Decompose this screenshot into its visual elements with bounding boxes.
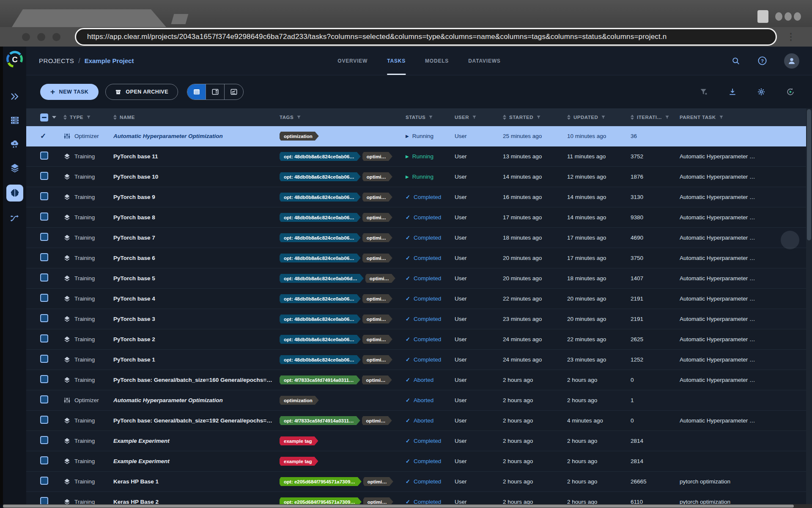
- column-header-status[interactable]: STATUS: [406, 115, 455, 120]
- tag-chip[interactable]: opt: 48db0b8a6c824ce0ab06…: [280, 294, 361, 303]
- table-row[interactable]: TrainingPyTorch base 10opt: 48db0b8a6c82…: [26, 167, 812, 187]
- row-checkbox[interactable]: [40, 172, 48, 180]
- row-checkbox[interactable]: [40, 233, 48, 241]
- breadcrumb-current-project[interactable]: Example Project: [85, 57, 134, 64]
- row-selected-check-icon[interactable]: ✓: [40, 132, 46, 140]
- filter-icon[interactable]: [665, 115, 669, 120]
- table-row[interactable]: TrainingExample Experimentexample tag✓Co…: [26, 451, 812, 472]
- sort-icon[interactable]: [503, 115, 506, 120]
- split-view-toggle[interactable]: [206, 84, 225, 99]
- tab-tasks[interactable]: TASKS: [387, 47, 406, 75]
- filter-icon[interactable]: [536, 115, 541, 120]
- browser-tab[interactable]: [12, 9, 166, 27]
- tag-chip[interactable]: optimi…: [362, 294, 392, 303]
- task-name[interactable]: PyTorch base 3: [113, 316, 280, 322]
- column-header-parent-task[interactable]: PARENT TASK: [680, 115, 812, 120]
- task-name[interactable]: PyTorch base 11: [113, 153, 280, 160]
- filter-icon[interactable]: [719, 115, 724, 120]
- vertical-scrollbar[interactable]: [806, 108, 812, 505]
- filter-icon[interactable]: [601, 115, 606, 120]
- table-row[interactable]: TrainingPyTorch base 8opt: 48db0b8a6c824…: [26, 207, 812, 228]
- row-checkbox[interactable]: [40, 213, 48, 221]
- select-all-checkbox[interactable]: [40, 113, 48, 121]
- tag-chip[interactable]: optimi…: [362, 213, 392, 222]
- task-name[interactable]: Keras HP Base 1: [113, 478, 280, 485]
- task-name[interactable]: PyTorch base 4: [113, 295, 280, 302]
- task-name[interactable]: PyTorch base 7: [113, 235, 280, 241]
- row-checkbox[interactable]: [40, 436, 48, 444]
- table-row[interactable]: TrainingPyTorch base 2opt: 48db0b8a6c824…: [26, 329, 812, 350]
- new-task-button[interactable]: + NEW TASK: [40, 84, 99, 100]
- table-row[interactable]: TrainingPyTorch base 7opt: 48db0b8a6c824…: [26, 228, 812, 248]
- sort-icon[interactable]: [567, 115, 571, 120]
- sort-icon[interactable]: [631, 115, 634, 120]
- tag-chip[interactable]: opt: 48db0b8a6c824ce0ab06…: [280, 193, 361, 202]
- tag-chip[interactable]: opt: 4f7833ca5fd74914a0311…: [280, 375, 360, 384]
- tab-models[interactable]: MODELS: [425, 47, 449, 75]
- task-name[interactable]: PyTorch base 5: [113, 275, 280, 282]
- row-checkbox[interactable]: [40, 152, 48, 160]
- task-name[interactable]: PyTorch base 2: [113, 336, 280, 342]
- column-header-user[interactable]: USER: [455, 115, 503, 120]
- sidebar-item-datasets[interactable]: [6, 161, 23, 174]
- tag-chip[interactable]: optimi…: [363, 497, 393, 505]
- table-row[interactable]: TrainingPyTorch base 1opt: 48db0b8a6c824…: [26, 350, 812, 370]
- row-checkbox[interactable]: [40, 375, 48, 383]
- row-checkbox[interactable]: [40, 456, 48, 464]
- row-checkbox[interactable]: [40, 497, 48, 505]
- tag-chip[interactable]: opt: e205d684f7954571a7309…: [280, 477, 362, 486]
- column-header-started[interactable]: STARTED: [503, 115, 567, 120]
- filter-icon[interactable]: [428, 115, 433, 120]
- tag-chip[interactable]: optimi…: [362, 172, 392, 181]
- tag-chip[interactable]: example tag: [280, 436, 318, 445]
- vertical-scrollbar-thumb[interactable]: [807, 109, 811, 240]
- row-checkbox[interactable]: [40, 192, 48, 200]
- table-row[interactable]: TrainingKeras HP Base 2opt: e205d684f795…: [26, 492, 812, 505]
- table-row[interactable]: TrainingExample Experimentexample tag✓Co…: [26, 431, 812, 451]
- filter-icon[interactable]: [472, 115, 477, 120]
- tag-chip[interactable]: optimi…: [363, 477, 393, 486]
- table-row[interactable]: TrainingPyTorch base 3opt: 48db0b8a6c824…: [26, 309, 812, 329]
- tag-chip[interactable]: opt: 48db0b8a6c824ce0ab06…: [280, 335, 361, 344]
- row-checkbox[interactable]: [40, 334, 48, 342]
- column-header-updated[interactable]: UPDATED: [567, 115, 631, 120]
- table-row[interactable]: TrainingKeras HP Base 1opt: e205d684f795…: [26, 472, 812, 492]
- row-checkbox[interactable]: [40, 355, 48, 363]
- table-row[interactable]: TrainingPyTorch base 6opt: 48db0b8a6c824…: [26, 248, 812, 268]
- sort-icon[interactable]: [63, 115, 67, 120]
- tag-chip[interactable]: opt: e205d684f7954571a7309…: [280, 497, 362, 505]
- tag-chip[interactable]: optimi…: [362, 193, 392, 202]
- selection-dropdown-icon[interactable]: [52, 116, 56, 119]
- tag-chip[interactable]: opt: 48db0b8a6c824ce0ab06…: [280, 315, 361, 323]
- window-menu-dots-icon[interactable]: [775, 12, 801, 21]
- task-name[interactable]: PyTorch base: General/batch_size=160 Gen…: [113, 377, 280, 383]
- task-name[interactable]: Automatic Hyperparameter Optimization: [113, 397, 280, 403]
- task-name[interactable]: PyTorch base 1: [113, 356, 280, 363]
- task-name[interactable]: Example Experiment: [113, 458, 280, 464]
- chart-view-toggle[interactable]: [225, 84, 243, 99]
- download-icon[interactable]: [728, 88, 737, 96]
- task-name[interactable]: PyTorch base 10: [113, 174, 280, 180]
- tag-chip[interactable]: opt: 48db0b8a6c824ce0ab06…: [280, 233, 361, 242]
- auto-refresh-icon[interactable]: [786, 87, 795, 97]
- browser-menu-icon[interactable]: ⋮: [786, 32, 796, 41]
- column-header-iterati-[interactable]: ITERATI…: [631, 115, 680, 120]
- row-checkbox[interactable]: [40, 416, 48, 424]
- tag-chip[interactable]: optimi…: [362, 416, 392, 425]
- settings-gear-icon[interactable]: [757, 88, 765, 96]
- tab-overview[interactable]: OVERVIEW: [337, 47, 368, 75]
- task-name[interactable]: Example Experiment: [113, 438, 280, 444]
- tag-chip[interactable]: opt: 48db0b8a6c824ce0ab06…: [280, 172, 361, 181]
- row-checkbox[interactable]: [40, 314, 48, 322]
- table-row[interactable]: TrainingPyTorch base: General/batch_size…: [26, 370, 812, 390]
- filter-icon[interactable]: [296, 115, 301, 120]
- tag-chip[interactable]: optimi…: [362, 335, 392, 344]
- tag-chip[interactable]: opt: 48db0b8a6c824ce0ab06…: [280, 152, 361, 161]
- sidebar-item-workers-queues[interactable]: [6, 113, 23, 127]
- table-row[interactable]: TrainingPyTorch base 9opt: 48db0b8a6c824…: [26, 187, 812, 207]
- breadcrumb-projects[interactable]: PROJECTS: [39, 57, 74, 64]
- horizontal-scrollbar[interactable]: [3, 504, 812, 508]
- tag-chip[interactable]: optimi…: [365, 274, 395, 283]
- row-checkbox[interactable]: [40, 253, 48, 261]
- task-name[interactable]: Keras HP Base 2: [113, 499, 280, 505]
